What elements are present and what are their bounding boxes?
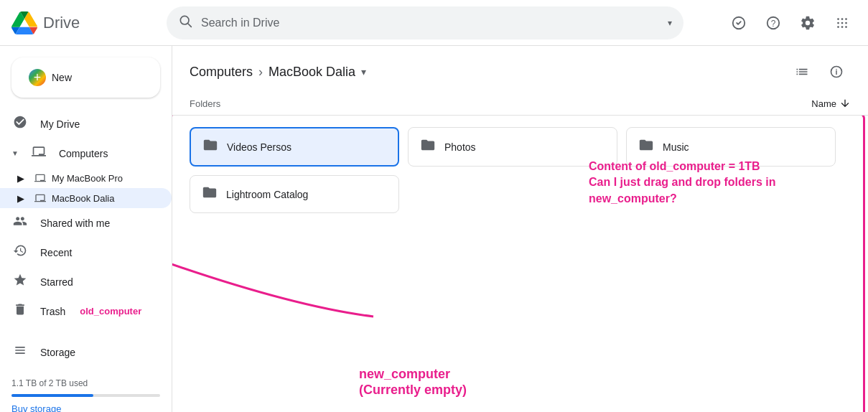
recent-icon: [11, 243, 29, 261]
storage-usage-label: 1.1 TB of 2 TB used: [11, 378, 160, 388]
starred-label: Starred: [40, 276, 73, 288]
recent-label: Recent: [40, 247, 72, 258]
trash-icon: [11, 302, 29, 320]
folder-name-photos: Photos: [444, 141, 476, 153]
svg-point-8: [837, 22, 839, 24]
app-container: Drive ▾ ?: [0, 0, 868, 412]
buy-storage-link[interactable]: Buy storage: [11, 403, 61, 412]
breadcrumb: Computers › MacBook Dalia ▾: [190, 65, 366, 80]
new-computer-label: new_computer: [359, 366, 467, 383]
sidebar-item-computers[interactable]: ▼ Computers: [0, 139, 172, 168]
search-input[interactable]: [201, 17, 659, 29]
search-icon: [178, 14, 192, 32]
svg-line-1: [188, 24, 192, 27]
folders-grid-container: Videos Persos Photos Music: [172, 116, 868, 412]
folder-name-lightroom: Lightroom Catalog: [226, 189, 308, 200]
svg-text:?: ?: [771, 18, 776, 28]
app-title: Drive: [43, 14, 80, 32]
storage-icon: [11, 343, 29, 361]
main-panel: Computers › MacBook Dalia ▾ i Folders: [172, 46, 868, 412]
breadcrumb-dropdown-icon[interactable]: ▾: [361, 66, 366, 78]
folders-header: Folders Name: [172, 92, 868, 116]
top-right-icons: ?: [724, 9, 857, 37]
macbook-pro-label: My MacBook Pro: [52, 173, 123, 184]
info-button[interactable]: i: [822, 57, 851, 86]
sidebar-item-trash[interactable]: Trash old_computer: [0, 296, 172, 326]
svg-point-13: [845, 26, 847, 28]
macbook-dalia-label: MacBook Dalia: [52, 193, 114, 204]
apps-button[interactable]: [828, 9, 857, 37]
svg-point-6: [841, 18, 844, 20]
folders-label: Folders: [190, 98, 220, 109]
panel-header-right: i: [788, 57, 851, 86]
list-view-button[interactable]: [788, 57, 816, 86]
old-computer-annotation: old_computer: [80, 306, 141, 317]
annotation-new-computer: new_computer (Currently empty): [359, 366, 467, 398]
folder-name-videos-persos: Videos Persos: [227, 141, 291, 153]
shared-icon: [11, 214, 29, 232]
search-chevron-icon[interactable]: ▾: [668, 18, 672, 28]
storage-section: 1.1 TB of 2 TB used Buy storage: [0, 367, 172, 412]
folder-icon-photos: [420, 137, 436, 156]
sidebar-item-starred[interactable]: Starred: [0, 267, 172, 296]
sidebar-item-shared[interactable]: Shared with me: [0, 208, 172, 238]
folder-icon-music: [638, 137, 654, 156]
settings-button[interactable]: [793, 9, 822, 37]
my-drive-icon: [11, 115, 29, 133]
logo-area: Drive: [11, 10, 155, 36]
folder-card-videos-persos[interactable]: Videos Persos: [190, 127, 399, 167]
macbook-pro-icon: [34, 172, 46, 184]
computers-expand-arrow: ▼: [11, 149, 19, 157]
shared-label: Shared with me: [40, 217, 110, 229]
get-drive-button[interactable]: [724, 9, 753, 37]
main-content: + New My Drive ▼ Computers ▶: [0, 46, 868, 412]
drive-logo-icon: [11, 10, 37, 36]
svg-point-7: [845, 18, 847, 20]
new-button-label: New: [52, 72, 72, 83]
my-drive-label: My Drive: [40, 118, 80, 130]
sidebar-item-macbook-pro[interactable]: ▶ My MacBook Pro: [0, 168, 172, 188]
folder-card-music[interactable]: Music: [626, 127, 836, 167]
svg-point-9: [841, 22, 844, 24]
svg-point-5: [837, 18, 839, 20]
breadcrumb-parent[interactable]: Computers: [190, 65, 253, 80]
sidebar-item-storage[interactable]: Storage: [0, 337, 172, 367]
panel-header: Computers › MacBook Dalia ▾ i: [172, 46, 868, 92]
sort-arrow-icon: [839, 98, 851, 109]
folder-card-photos[interactable]: Photos: [408, 127, 617, 167]
storage-label: Storage: [40, 347, 75, 358]
svg-text:i: i: [835, 67, 837, 76]
sidebar: + New My Drive ▼ Computers ▶: [0, 46, 172, 412]
folder-icon-lightroom: [202, 184, 218, 204]
sort-button[interactable]: Name: [811, 98, 851, 109]
sort-label: Name: [811, 98, 836, 109]
storage-bar-background: [11, 394, 160, 397]
new-button[interactable]: + New: [11, 57, 160, 98]
macbook-dalia-icon: [34, 192, 46, 204]
computers-icon: [30, 144, 47, 162]
storage-bar-fill: [11, 394, 93, 397]
trash-label: Trash: [40, 306, 65, 317]
sidebar-item-macbook-dalia[interactable]: ▶ MacBook Dalia: [0, 188, 172, 208]
expand-arrow-macbook-pro: ▶: [17, 173, 29, 184]
svg-point-10: [845, 22, 847, 24]
svg-point-12: [841, 26, 844, 28]
top-bar: Drive ▾ ?: [0, 0, 868, 46]
help-button[interactable]: ?: [759, 9, 788, 37]
sidebar-item-my-drive[interactable]: My Drive: [0, 109, 172, 139]
sidebar-item-recent[interactable]: Recent: [0, 238, 172, 267]
breadcrumb-current: MacBook Dalia: [269, 65, 355, 80]
new-computer-sublabel: (Currently empty): [359, 383, 467, 398]
expand-arrow-macbook-dalia: ▶: [17, 193, 29, 204]
folder-card-lightroom[interactable]: Lightroom Catalog: [190, 175, 399, 213]
starred-icon: [11, 273, 29, 291]
breadcrumb-separator: ›: [258, 65, 263, 80]
folder-name-music: Music: [663, 141, 689, 153]
computers-label: Computers: [59, 148, 108, 159]
folders-grid: Videos Persos Photos Music: [190, 127, 836, 213]
svg-point-11: [837, 26, 839, 28]
folder-icon-videos-persos: [202, 137, 218, 156]
search-bar[interactable]: ▾: [167, 6, 683, 39]
